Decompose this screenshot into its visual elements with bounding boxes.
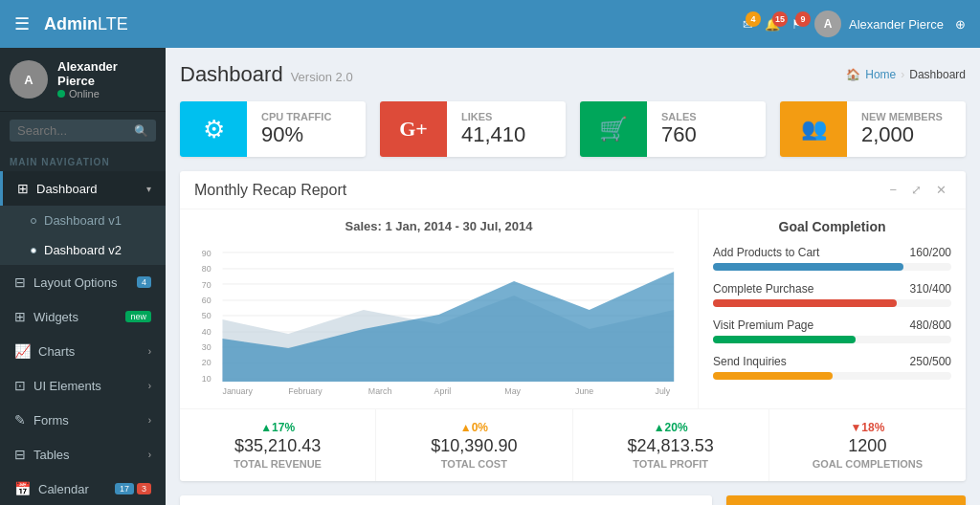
- members-icon: 👥: [780, 101, 847, 157]
- sidebar-sub-label: Dashboard v1: [44, 213, 122, 228]
- mail-nav-icon[interactable]: ✉ 4: [743, 17, 753, 32]
- goal-label-4: Send Inquiries: [713, 355, 787, 368]
- close-button[interactable]: ✕: [931, 181, 951, 199]
- mail-badge: 4: [746, 11, 761, 27]
- sidebar-item-forms[interactable]: ✎ Forms ›: [0, 403, 166, 437]
- sidebar-item-calendar[interactable]: 📅 Calendar 17 3: [0, 472, 166, 505]
- svg-text:July: July: [656, 386, 671, 396]
- page-version: Version 2.0: [291, 70, 353, 84]
- avatar: A: [10, 60, 48, 99]
- breadcrumb-current: Dashboard: [909, 68, 966, 81]
- brand-logo: AdminLTE: [44, 14, 128, 34]
- sales-label: SALES: [661, 111, 697, 122]
- info-box-sales: 🛒 SALES 760: [580, 101, 766, 157]
- main-content: Dashboard Version 2.0 🏠 Home › Dashboard…: [166, 48, 980, 505]
- revenue-change: ▲17%: [194, 421, 361, 434]
- user-panel: A Alexander Pierce Online: [0, 48, 166, 112]
- svg-text:40: 40: [202, 327, 212, 337]
- sidebar-item-charts[interactable]: 📈 Charts ›: [0, 334, 166, 368]
- box-header: Monthly Recap Report − ⤢ ✕: [180, 171, 966, 209]
- search-input[interactable]: [17, 123, 134, 138]
- inventory-box: 🏷 INVENTORY 5,200 50% Increase in 30 Day…: [726, 495, 966, 505]
- layout-badge: 4: [137, 276, 151, 288]
- goal-label-1: Add Products to Cart: [713, 246, 819, 259]
- breadcrumb-separator: ›: [901, 68, 904, 81]
- minimize-button[interactable]: −: [884, 181, 902, 199]
- sidebar-item-label: Dashboard: [36, 182, 98, 196]
- top-nav-left: ☰ AdminLTE: [14, 13, 128, 34]
- sidebar-item-layout[interactable]: ⊟ Layout Options 4: [0, 265, 166, 299]
- profit-value: $24,813.53: [588, 436, 754, 456]
- chevron-icon: ›: [148, 450, 151, 460]
- nav-section-label: MAIN NAVIGATION: [0, 149, 166, 171]
- cost-label: TOTAL COST: [390, 458, 557, 470]
- layout-icon: ⊟: [14, 274, 26, 290]
- flag-nav-icon[interactable]: ⚑ 9: [791, 17, 803, 32]
- sidebar-item-widgets[interactable]: ⊞ Widgets new: [0, 299, 166, 334]
- goal-bar-3: [713, 336, 856, 343]
- breadcrumb-home[interactable]: Home: [865, 68, 896, 81]
- goal-label-3: Visit Premium Page: [713, 318, 813, 332]
- sidebar-item-ui-elements[interactable]: ⊡ UI Elements ›: [0, 368, 166, 403]
- sidebar-item-label: Tables: [33, 448, 70, 462]
- svg-text:80: 80: [202, 264, 212, 274]
- likes-icon: G+: [380, 101, 447, 157]
- chevron-icon: ›: [148, 346, 151, 357]
- sidebar-user-name: Alexander Pierce: [57, 59, 156, 88]
- stat-profit: ▲20% $24,813.53 TOTAL PROFIT: [573, 409, 769, 481]
- goal-item-4: Send Inquiries 250/500: [713, 355, 951, 380]
- sidebar-search[interactable]: 🔍: [0, 112, 166, 149]
- likes-value: 41,410: [461, 122, 525, 147]
- goal-completion: Goal Completion Add Products to Cart 160…: [698, 209, 966, 408]
- profit-change: ▲20%: [588, 421, 754, 434]
- cpu-icon: ⚙: [180, 101, 247, 157]
- sidebar-item-tables[interactable]: ⊟ Tables ›: [0, 437, 166, 472]
- goal-bar-2: [713, 299, 897, 307]
- user-menu[interactable]: A Alexander Pierce: [814, 11, 944, 37]
- hamburger-button[interactable]: ☰: [14, 13, 30, 34]
- svg-text:60: 60: [202, 296, 212, 305]
- sidebar-sub-label: Dashboard v2: [44, 243, 122, 257]
- breadcrumb-home-icon: 🏠: [846, 68, 860, 81]
- members-label: NEW MEMBERS: [861, 111, 943, 122]
- goal-bar-1: [713, 263, 903, 271]
- widgets-icon: ⊞: [14, 309, 26, 324]
- members-value: 2,000: [861, 122, 943, 147]
- sidebar: A Alexander Pierce Online 🔍 MAIN NAVIGAT…: [0, 48, 166, 505]
- info-box-likes: G+ LIKES 41,410: [380, 101, 566, 157]
- info-box-cpu: ⚙ CPU TRAFFIC 90%: [180, 101, 366, 157]
- goals-change: ▼18%: [784, 421, 951, 434]
- calendar-icon: 📅: [14, 481, 31, 496]
- line-chart: 90 80 70 60 50 40 30 20 10: [194, 243, 683, 396]
- charts-icon: 📈: [14, 343, 31, 359]
- likes-label: LIKES: [461, 111, 525, 122]
- sidebar-item-dashboard[interactable]: ⊞ Dashboard ▾: [0, 171, 166, 206]
- chart-section: Sales: 1 Jan, 2014 - 30 Jul, 2014 90 80 …: [180, 209, 966, 408]
- monthly-report-box: Monthly Recap Report − ⤢ ✕ Sales: 1 Jan,…: [180, 171, 966, 481]
- visitors-box: Visitors Report − ✕: [180, 495, 712, 505]
- box-tools: − ⤢ ✕: [884, 181, 951, 199]
- sidebar-item-label: Charts: [38, 344, 75, 359]
- expand-button[interactable]: ⤢: [906, 181, 926, 199]
- goal-completion-title: Goal Completion: [713, 219, 951, 234]
- goal-item-2: Complete Purchase 310/400: [713, 282, 951, 307]
- sidebar-item-label: Layout Options: [33, 275, 117, 290]
- sidebar-item-dashboard-v2[interactable]: Dashboard v2: [0, 235, 166, 265]
- sidebar-item-label: Forms: [33, 413, 69, 428]
- forms-icon: ✎: [14, 412, 26, 428]
- page-title: Dashboard: [180, 62, 283, 87]
- svg-text:March: March: [368, 386, 392, 396]
- chevron-icon: ›: [148, 381, 151, 391]
- sidebar-item-dashboard-v1[interactable]: Dashboard v1: [0, 206, 166, 235]
- sales-icon: 🛒: [580, 101, 647, 157]
- svg-text:70: 70: [202, 280, 212, 290]
- cpu-value: 90%: [261, 122, 331, 147]
- svg-text:May: May: [504, 386, 521, 396]
- goal-value-4: 250/500: [910, 355, 951, 368]
- cost-change: ▲0%: [390, 421, 557, 434]
- goals-value: 1200: [784, 436, 951, 456]
- sales-value: 760: [661, 122, 697, 147]
- dashboard-submenu: Dashboard v1 Dashboard v2: [0, 206, 166, 265]
- bell-nav-icon[interactable]: 🔔 15: [765, 17, 780, 32]
- share-nav-icon[interactable]: ⊕: [955, 17, 966, 32]
